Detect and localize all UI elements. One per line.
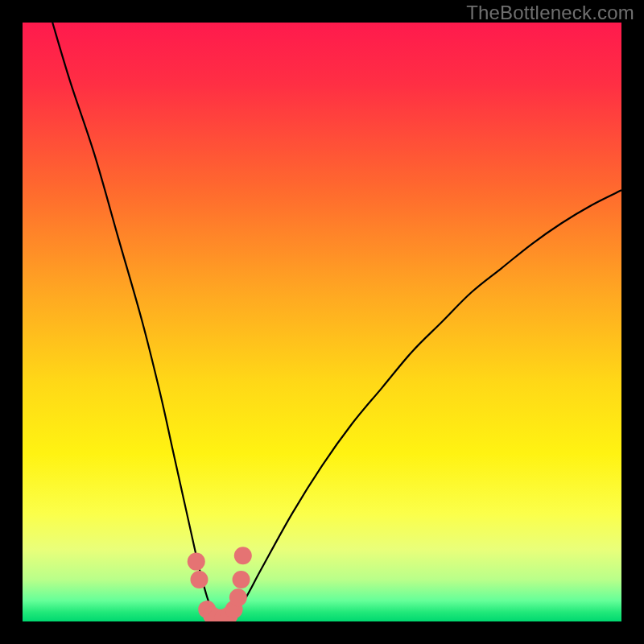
marker-point [188,553,205,571]
marker-point [233,571,250,588]
marker-point [190,571,208,588]
marker-point [234,547,252,564]
watermark-text: TheBottleneck.com [466,2,634,24]
marker-point [229,588,247,606]
bottleneck-curve [52,23,621,620]
outer-frame: TheBottleneck.com [0,0,644,644]
plot-area [23,23,621,621]
marker-group [188,547,252,621]
curve-layer [23,23,621,621]
